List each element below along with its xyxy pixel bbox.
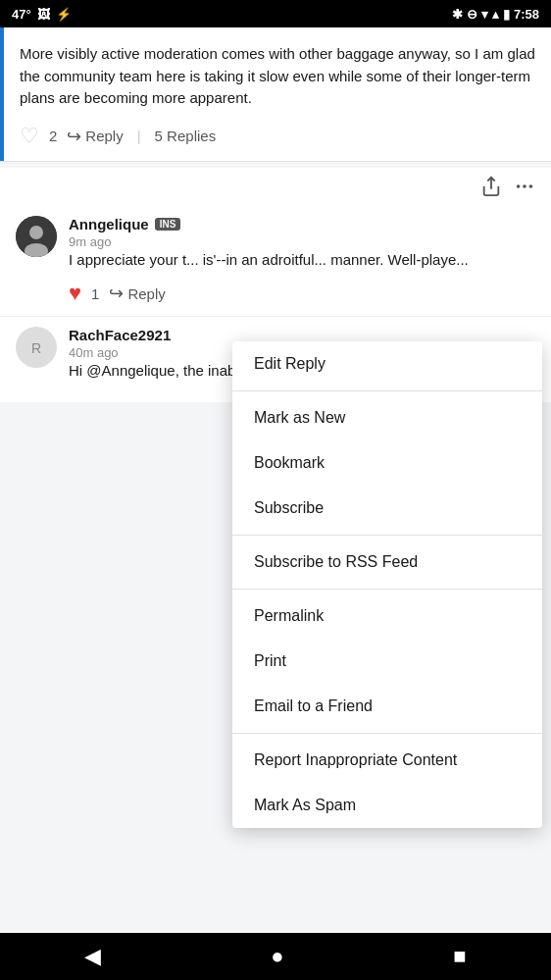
image-icon: 🖼 (37, 7, 50, 22)
dropdown-item-email-friend[interactable]: Email to a Friend (232, 684, 542, 729)
like-count: 2 (49, 128, 57, 144)
dropdown-item-permalink[interactable]: Permalink (232, 593, 542, 639)
status-bar: 47° 🖼 ⚡ ✱ ⊖ ▾ ▴ ▮ 7:58 (0, 0, 551, 27)
bottom-nav: ◀ ● ■ (0, 933, 551, 980)
avatar (16, 216, 57, 257)
svg-text:R: R (31, 340, 41, 356)
dropdown-item-mark-as-new[interactable]: Mark as New (232, 395, 542, 440)
avatar-2: R (16, 327, 57, 368)
svg-point-1 (517, 184, 521, 188)
dropdown-item-subscribe-rss[interactable]: Subscribe to RSS Feed (232, 540, 542, 585)
content: More visibly active moderation comes wit… (0, 27, 551, 933)
ins-badge: INS (155, 218, 181, 231)
temperature: 47° (12, 7, 31, 22)
bluetooth-icon: ✱ (452, 7, 463, 22)
comment-author: Anngelique (69, 216, 149, 232)
comment-item: Anngelique INS 9m ago I appreciate your … (0, 206, 551, 317)
reply-label: Reply (127, 285, 165, 302)
like-icon[interactable]: ♡ (20, 124, 39, 149)
comment-header-row (0, 168, 551, 206)
comment-reply-button[interactable]: ↩ Reply (109, 283, 165, 304)
dropdown-separator-4 (232, 733, 542, 734)
dropdown-separator-2 (232, 535, 542, 536)
status-right: ✱ ⊖ ▾ ▴ ▮ 7:58 (452, 7, 539, 22)
comment-text: I appreciate your t... is'--in an adroit… (69, 249, 535, 272)
dropdown-item-subscribe[interactable]: Subscribe (232, 486, 542, 531)
comment-author-2: RachFace2921 (69, 327, 171, 343)
wifi-icon: ▾ (481, 7, 488, 22)
home-button[interactable]: ● (271, 944, 283, 969)
recents-button[interactable]: ■ (453, 944, 466, 969)
reply-button[interactable]: ↩ Reply (67, 126, 123, 147)
dropdown-item-edit-reply[interactable]: Edit Reply (232, 341, 542, 387)
minus-icon: ⊖ (467, 7, 477, 22)
dropdown-separator-1 (232, 390, 542, 391)
more-options-icon[interactable] (514, 176, 535, 202)
like-filled-icon[interactable]: ♥ (69, 281, 81, 306)
reply-label: Reply (85, 128, 123, 144)
clock: 7:58 (514, 7, 539, 22)
divider: | (137, 128, 141, 144)
post-actions: ♡ 2 ↩ Reply | 5 Replies (20, 124, 535, 149)
comment-time: 9m ago (69, 234, 535, 249)
dropdown-separator-3 (232, 589, 542, 590)
svg-point-2 (523, 184, 526, 188)
post-card: More visibly active moderation comes wit… (0, 27, 551, 162)
dropdown-item-print[interactable]: Print (232, 639, 542, 684)
comment-body: Anngelique INS 9m ago I appreciate your … (69, 216, 535, 307)
replies-link[interactable]: 5 Replies (155, 128, 217, 144)
comment-meta: Anngelique INS (69, 216, 535, 232)
activity-icon: ⚡ (56, 7, 72, 22)
comment-like-count: 1 (91, 285, 99, 302)
svg-point-3 (529, 184, 533, 188)
reply-arrow-icon: ↩ (109, 283, 124, 304)
post-text: More visibly active moderation comes wit… (20, 43, 535, 110)
dropdown-item-mark-spam[interactable]: Mark As Spam (232, 783, 542, 828)
status-left: 47° 🖼 ⚡ (12, 7, 72, 22)
dropdown-item-report[interactable]: Report Inappropriate Content (232, 738, 542, 783)
comment-actions: ♥ 1 ↩ Reply (69, 281, 535, 306)
dropdown-menu: Edit Reply Mark as New Bookmark Subscrib… (232, 341, 542, 828)
back-button[interactable]: ◀ (84, 944, 101, 969)
dropdown-item-bookmark[interactable]: Bookmark (232, 440, 542, 486)
left-accent (0, 27, 4, 161)
share-icon[interactable] (480, 176, 502, 202)
reply-arrow-icon: ↩ (67, 126, 81, 147)
signal-icon: ▴ (492, 7, 499, 22)
battery-icon: ▮ (503, 7, 510, 22)
svg-point-5 (29, 226, 43, 239)
